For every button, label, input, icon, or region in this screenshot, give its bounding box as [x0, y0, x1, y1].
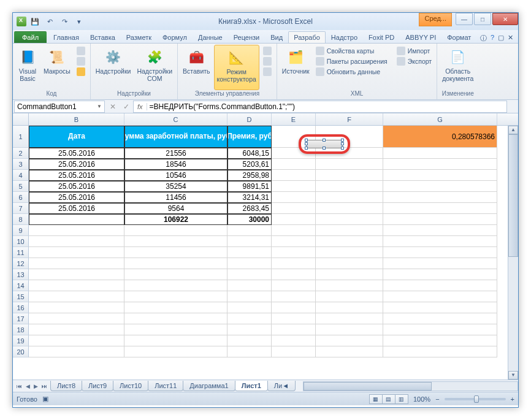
cell[interactable] — [383, 181, 497, 192]
macro-record-icon[interactable]: ▣ — [42, 395, 48, 403]
sheet-tab[interactable]: Лист10 — [113, 381, 148, 391]
com-addins-button[interactable]: 🧩 Надстройки COM — [134, 45, 175, 90]
cell[interactable] — [272, 247, 316, 258]
cell[interactable] — [272, 258, 316, 269]
row-header[interactable]: 13 — [13, 269, 29, 280]
cell[interactable] — [316, 280, 383, 291]
table-cell[interactable]: 18546 — [124, 159, 227, 170]
cell[interactable] — [316, 258, 383, 269]
cell[interactable] — [124, 346, 227, 357]
close-button[interactable]: ✕ — [492, 13, 518, 25]
cell[interactable] — [272, 269, 316, 280]
cell[interactable] — [227, 225, 272, 236]
cell[interactable] — [383, 247, 497, 258]
cell[interactable] — [383, 346, 497, 357]
col-header-d[interactable]: D — [227, 113, 272, 125]
table-cell[interactable]: 2683,45 — [227, 203, 272, 214]
row-header-7[interactable]: 7 — [13, 203, 29, 214]
horizontal-scrollbar[interactable] — [303, 381, 518, 391]
row-header[interactable]: 10 — [13, 236, 29, 247]
cell[interactable] — [227, 236, 272, 247]
cell[interactable] — [29, 324, 124, 335]
cell[interactable] — [124, 280, 227, 291]
table-cell[interactable]: 11456 — [124, 192, 227, 203]
row-header[interactable]: 20 — [13, 346, 29, 357]
row-header-5[interactable]: 5 — [13, 181, 29, 192]
cell[interactable] — [124, 324, 227, 335]
cell[interactable] — [316, 236, 383, 247]
col-header-c[interactable]: C — [124, 113, 227, 125]
maximize-button[interactable]: □ — [474, 13, 491, 25]
cell[interactable] — [316, 291, 383, 302]
tab-view[interactable]: Вид — [265, 31, 288, 43]
tab-foxit[interactable]: Foxit PD — [363, 31, 400, 43]
cell[interactable] — [124, 236, 227, 247]
col-header-g[interactable]: G — [383, 113, 497, 125]
row-header[interactable]: 11 — [13, 247, 29, 258]
map-properties-button[interactable]: Свойства карты — [315, 46, 392, 56]
cancel-formula-icon[interactable]: ✕ — [106, 102, 120, 111]
cell[interactable] — [227, 247, 272, 258]
cell[interactable] — [227, 280, 272, 291]
sheet-nav-first-icon[interactable]: ⏮ — [15, 383, 23, 389]
col-header-b[interactable]: B — [29, 113, 124, 125]
cell[interactable] — [272, 302, 316, 313]
table-cell[interactable]: 25.05.2016 — [29, 170, 124, 181]
fx-button[interactable]: fx — [134, 103, 147, 110]
cell[interactable] — [29, 302, 124, 313]
cell[interactable] — [272, 346, 316, 357]
enter-formula-icon[interactable]: ✓ — [120, 102, 133, 111]
cell[interactable] — [227, 269, 272, 280]
name-box-dropdown-icon[interactable]: ▼ — [97, 104, 102, 109]
cell[interactable] — [29, 269, 124, 280]
cell[interactable] — [316, 313, 383, 324]
cell[interactable] — [29, 313, 124, 324]
tab-formulas[interactable]: Формул — [157, 31, 193, 43]
cell[interactable] — [272, 148, 316, 159]
command-button-1[interactable] — [306, 140, 343, 148]
row-header[interactable]: 9 — [13, 225, 29, 236]
cell[interactable] — [272, 313, 316, 324]
table-total-bonus[interactable]: 30000 — [227, 214, 272, 225]
macro-security-button[interactable] — [75, 67, 86, 77]
row-header[interactable]: 16 — [13, 302, 29, 313]
table-cell[interactable]: 9564 — [124, 203, 227, 214]
tab-abbyy[interactable]: ABBYY PI — [400, 31, 441, 43]
cell[interactable] — [383, 324, 497, 335]
cell[interactable] — [227, 324, 272, 335]
cell[interactable] — [316, 247, 383, 258]
addins-button[interactable]: ⚙️ Надстройки — [93, 45, 134, 90]
table-cell[interactable]: 9891,51 — [227, 181, 272, 192]
sheet-tab[interactable]: Лист8 — [50, 381, 82, 391]
table-cell[interactable]: 21556 — [124, 148, 227, 159]
cell[interactable] — [383, 236, 497, 247]
xml-source-button[interactable]: 🗂️ Источник — [280, 45, 312, 90]
row-header-1[interactable]: 1 — [13, 126, 29, 148]
cell[interactable] — [272, 170, 316, 181]
export-button[interactable]: Экспорт — [395, 56, 433, 66]
cell[interactable] — [29, 335, 124, 346]
worksheet-grid[interactable]: B C D E F G 1 Дата Сумма заработной плат… — [13, 113, 518, 380]
cell[interactable] — [29, 346, 124, 357]
page-layout-view-button[interactable]: ▤ — [382, 394, 395, 404]
cell[interactable] — [29, 247, 124, 258]
save-button[interactable]: 💾 — [29, 15, 41, 28]
tab-insert[interactable]: Вставка — [85, 31, 121, 43]
zoom-slider[interactable] — [445, 398, 506, 400]
cell[interactable] — [316, 148, 383, 159]
undo-button[interactable]: ↶ — [44, 15, 56, 28]
ribbon-options-icon[interactable]: ▢ — [498, 34, 504, 43]
cell[interactable] — [316, 170, 383, 181]
sheet-tab-more[interactable]: Ли◄ — [267, 381, 296, 391]
cell[interactable] — [272, 159, 316, 170]
record-macro-button[interactable] — [75, 46, 86, 56]
table-header-bonus[interactable]: Премия, руб — [227, 126, 272, 148]
cell[interactable] — [272, 181, 316, 192]
document-area-button[interactable]: 📄 Область документа — [440, 45, 476, 90]
run-dialog-button[interactable] — [262, 67, 273, 77]
select-all-corner[interactable] — [13, 113, 29, 125]
formula-input[interactable] — [147, 102, 506, 111]
scroll-up-icon[interactable]: ▲ — [508, 126, 518, 134]
minimize-ribbon-icon[interactable]: ⓘ — [480, 34, 487, 43]
cell[interactable] — [29, 258, 124, 269]
